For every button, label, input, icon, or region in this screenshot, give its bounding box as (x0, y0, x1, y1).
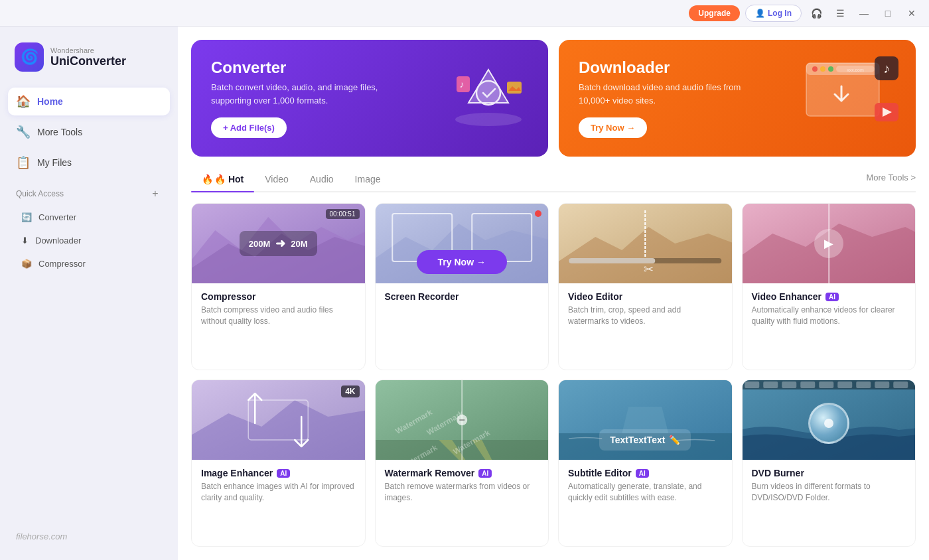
list-icon: ☰ (836, 8, 845, 19)
tabs-header: 🔥 🔥 Hot Video Audio Image More Tools > (191, 170, 916, 192)
filehorse-badge: filehorse.com (8, 524, 170, 549)
svg-point-10 (828, 66, 833, 72)
video-enhancer-name: Video Enhancer AI (752, 291, 906, 302)
upgrade-button[interactable]: Upgrade (689, 5, 740, 21)
tab-audio[interactable]: Audio (299, 170, 344, 191)
screen-recorder-thumbnail: Try Now → (376, 204, 549, 283)
compressor-icon: 📦 (21, 259, 32, 269)
svg-point-0 (455, 113, 522, 126)
tools-icon: 🔧 (16, 125, 31, 139)
play-icon: ▶ (814, 229, 843, 258)
tool-card-screen-recorder[interactable]: Try Now → Screen Recorder (375, 203, 549, 370)
watermark-remover-name: Watermark Remover AI (385, 468, 539, 478)
sidebar-sub-item-compressor[interactable]: 📦 Compressor (8, 253, 170, 274)
tool-card-subtitle-editor[interactable]: TextTextText ✏️ Subtitle Editor AI Autom… (558, 380, 733, 547)
ai-badge-image: AI (277, 469, 290, 478)
fire-icon: 🔥 (202, 174, 213, 184)
headphones-button[interactable]: 🎧 (807, 4, 825, 23)
tab-hot[interactable]: 🔥 🔥 Hot (191, 170, 254, 191)
main-content: Converter Batch convert video, audio, an… (178, 27, 929, 560)
downloader-illustration: xxx.com ♪ (803, 53, 902, 143)
brand-label: Wondershare (50, 46, 126, 54)
tool-card-dvd-burner[interactable]: DVD Burner Burn videos in different form… (742, 380, 916, 547)
sidebar: 🌀 Wondershare UniConverter 🏠 Home 🔧 More… (0, 27, 178, 560)
ai-badge: AI (825, 293, 839, 301)
sidebar-item-home[interactable]: 🏠 Home (8, 88, 170, 115)
svg-rect-23 (569, 258, 655, 263)
more-tools-link[interactable]: More Tools > (866, 173, 916, 189)
tools-grid: 00:00:51 200M ➜ 20M Compressor Batch com… (191, 203, 916, 547)
app-name-label: UniConverter (50, 54, 126, 68)
sidebar-sub-item-downloader[interactable]: ⬇ Downloader (8, 230, 170, 251)
watermark-remover-desc: Batch remove watermarks from videos or i… (385, 481, 539, 504)
image-enhancer-thumbnail: 4K (192, 380, 365, 460)
close-icon: ✕ (908, 8, 916, 19)
dvd-burner-name: DVD Burner (752, 468, 906, 478)
subtitle-editor-name: Subtitle Editor AI (568, 468, 723, 478)
svg-text:xxx.com: xxx.com (847, 68, 864, 72)
subtitle-preview: TextTextText ✏️ (599, 429, 691, 451)
tool-card-watermark-remover[interactable]: Watermark Watermark Watermark Watermark (375, 380, 549, 547)
video-editor-desc: Batch trim, crop, speed and add watermar… (568, 305, 723, 327)
menu-button[interactable]: ☰ (831, 4, 849, 23)
login-button[interactable]: 👤 Log In (745, 5, 802, 22)
user-icon: 👤 (755, 9, 765, 18)
title-bar: Upgrade 👤 Log In 🎧 ☰ — □ ✕ (0, 0, 929, 27)
dvd-thumbnail (743, 380, 916, 460)
video-enhancer-desc: Automatically enhance videos for clearer… (752, 305, 906, 327)
converter-add-files-button[interactable]: + Add File(s) (211, 117, 287, 138)
quick-access-label: Quick Access (16, 189, 64, 198)
svg-point-8 (812, 66, 818, 72)
dvd-disc (808, 403, 849, 444)
sidebar-sub-item-converter[interactable]: 🔄 Converter (8, 207, 170, 228)
4k-badge: 4K (341, 385, 359, 397)
tab-image[interactable]: Image (344, 170, 392, 191)
dvd-burner-desc: Burn videos in different formats to DVD/… (752, 481, 906, 504)
quick-access-add-button[interactable]: + (149, 187, 162, 200)
video-enhancer-thumbnail: ▶ (743, 204, 916, 283)
svg-text:♪: ♪ (883, 61, 890, 76)
arrow-icon: ➜ (275, 236, 285, 251)
maximize-icon: □ (885, 8, 891, 19)
image-enhancer-desc: Batch enhance images with AI for improve… (201, 481, 356, 504)
subtitle-thumbnail: TextTextText ✏️ (559, 380, 732, 460)
tool-card-video-enhancer[interactable]: ▶ Video Enhancer AI Automatically enhanc… (742, 203, 916, 370)
ai-badge-watermark: AI (478, 469, 492, 478)
converter-banner[interactable]: Converter Batch convert video, audio, an… (191, 40, 548, 157)
downloader-try-now-button[interactable]: Try Now → (579, 117, 647, 138)
tools-section: 🔥 🔥 Hot Video Audio Image More Tools > (191, 170, 916, 547)
minimize-button[interactable]: — (855, 4, 873, 23)
tool-card-video-editor[interactable]: ✂ Video Editor Batch trim, crop, speed a… (558, 203, 733, 370)
sidebar-item-my-files[interactable]: 📋 My Files (8, 149, 170, 176)
maximize-button[interactable]: □ (879, 4, 897, 23)
close-button[interactable]: ✕ (902, 4, 921, 23)
video-editor-name: Video Editor (568, 291, 723, 302)
downloader-banner[interactable]: Downloader Batch download video and audi… (559, 40, 916, 157)
headphones-icon: 🎧 (811, 8, 822, 19)
quick-access-header: Quick Access + (8, 179, 170, 204)
video-editor-thumbnail: ✂ (559, 204, 732, 283)
downloader-banner-desc: Batch download video and audio files fro… (579, 81, 764, 107)
converter-illustration: ♪ (442, 56, 535, 140)
logo-area: 🌀 Wondershare UniConverter (8, 37, 170, 85)
subtitle-editor-desc: Automatically generate, translate, and q… (568, 481, 723, 504)
app-body: 🌀 Wondershare UniConverter 🏠 Home 🔧 More… (0, 27, 929, 560)
tab-video[interactable]: Video (254, 170, 299, 191)
compressor-thumbnail: 00:00:51 200M ➜ 20M (192, 204, 365, 283)
banner-row: Converter Batch convert video, audio, an… (191, 40, 916, 157)
downloader-icon: ⬇ (21, 236, 29, 245)
home-icon: 🏠 (16, 94, 31, 109)
svg-rect-5 (507, 82, 522, 94)
sidebar-item-more-tools[interactable]: 🔧 More Tools (8, 118, 170, 146)
converter-icon: 🔄 (21, 212, 32, 222)
svg-point-2 (476, 81, 500, 105)
tool-card-compressor[interactable]: 00:00:51 200M ➜ 20M Compressor Batch com… (191, 203, 366, 370)
image-enhancer-name: Image Enhancer AI (201, 468, 356, 478)
watermark-thumbnail: Watermark Watermark Watermark Watermark (376, 380, 549, 460)
ai-badge-subtitle: AI (636, 469, 649, 478)
minimize-icon: — (859, 8, 869, 19)
tool-card-image-enhancer[interactable]: 4K Image Enhancer AI Batch enhance image… (191, 380, 366, 547)
converter-banner-desc: Batch convert video, audio, and image fi… (211, 81, 397, 107)
try-now-button[interactable]: Try Now → (417, 250, 507, 274)
files-icon: 📋 (16, 155, 31, 170)
